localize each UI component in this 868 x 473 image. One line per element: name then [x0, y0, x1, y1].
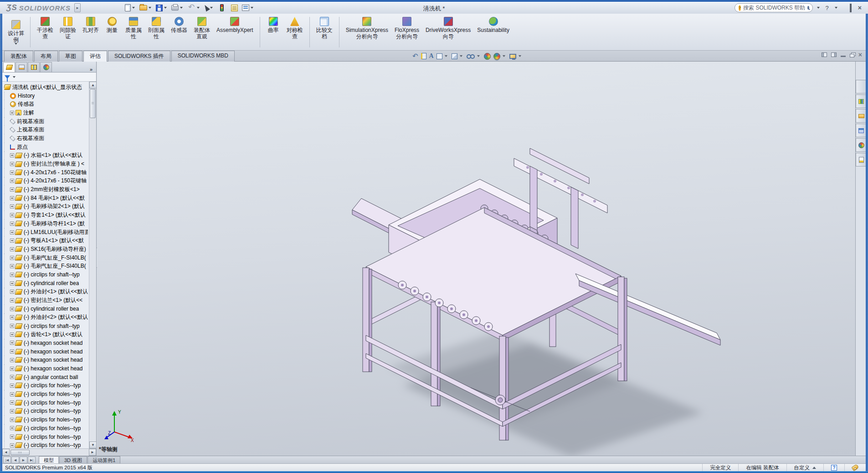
tree-item[interactable]: (-) 外油封<2> (默认<<默认 — [4, 313, 88, 322]
tab-scroll-button[interactable]: ▶ — [20, 457, 27, 463]
tree-item[interactable]: (-) 毛刷气缸座_F-SI40LB( — [4, 262, 88, 270]
ribbon-button[interactable]: 剖面属 性 — [145, 15, 168, 49]
scroll-left-button[interactable]: ◄ — [2, 449, 10, 456]
document-tab[interactable]: 3D 视图 — [59, 456, 87, 463]
expand-plus-icon[interactable] — [10, 409, 14, 413]
tree-item[interactable]: (-) circlips for holes--typ — [4, 390, 88, 399]
ribbon-button[interactable]: 间隙验 证 — [56, 15, 79, 49]
expand-plus-icon[interactable] — [10, 222, 14, 226]
task-pane-tab[interactable] — [856, 153, 866, 166]
tree-item[interactable]: (-) 外油封<1> (默认<<默认 — [4, 288, 88, 296]
filter-funnel-icon[interactable] — [5, 75, 10, 79]
tree-item[interactable]: (-) 弯板A1<1> (默认<<默 — [4, 236, 88, 245]
expand-plus-icon[interactable] — [10, 264, 14, 268]
tree-item[interactable]: History — [4, 92, 88, 100]
view-tool-button[interactable]: A — [429, 53, 434, 59]
tree-item[interactable]: 上视基准面 — [4, 125, 88, 134]
tree-item[interactable]: (-) hexagon socket head — [4, 356, 88, 364]
expand-plus-icon[interactable] — [10, 426, 14, 430]
expand-plus-icon[interactable] — [10, 418, 14, 422]
command-manager-tab[interactable]: SOLIDWORKS 插件 — [108, 51, 170, 62]
menu-flyout-arrow[interactable]: ▸ — [74, 3, 81, 12]
expand-plus-icon[interactable] — [10, 196, 14, 200]
tab-scroll-button[interactable]: ▶| — [28, 457, 36, 463]
view-tool-button[interactable] — [421, 53, 426, 59]
toolbar-button[interactable] — [139, 2, 154, 13]
toolbar-button[interactable]: ↶ — [186, 2, 202, 13]
help-dropdown-icon[interactable] — [835, 7, 837, 9]
task-pane-tab[interactable] — [856, 94, 866, 108]
command-manager-tab[interactable]: 评估 — [83, 51, 107, 62]
ribbon-button[interactable]: 对称检 查 — [283, 15, 306, 49]
scroll-right-button[interactable]: ► — [89, 449, 96, 456]
command-manager-tab[interactable]: 布局 — [34, 51, 58, 62]
dropdown-arrow-icon[interactable] — [197, 7, 200, 9]
dropdown-arrow-icon[interactable] — [180, 7, 183, 9]
toolbar-button[interactable] — [229, 2, 240, 13]
ribbon-button[interactable]: Sustainability — [474, 15, 513, 49]
scrollbar-thumb[interactable] — [90, 89, 96, 118]
expand-plus-icon[interactable] — [10, 307, 14, 311]
more-tabs-chevron-icon[interactable]: » — [90, 67, 92, 72]
ribbon-button[interactable]: 质量属 性 — [122, 15, 145, 49]
tree-item[interactable]: (-) 齿轮<1> (默认<<默认 — [4, 330, 88, 339]
help-button[interactable]: ? — [824, 5, 831, 11]
view-tool-button[interactable] — [484, 53, 491, 60]
dropdown-arrow-icon[interactable] — [460, 55, 462, 57]
dropdown-arrow-icon[interactable] — [164, 7, 167, 9]
ribbon-button[interactable]: AssemblyXpert — [213, 15, 257, 49]
expand-plus-icon[interactable] — [10, 179, 14, 183]
view-tool-button[interactable] — [509, 54, 523, 59]
expand-plus-icon[interactable] — [10, 298, 14, 302]
status-tag-button[interactable] — [844, 464, 866, 471]
ribbon-button[interactable]: 曲率 — [263, 15, 283, 49]
expand-plus-icon[interactable] — [10, 256, 14, 260]
ribbon-button[interactable]: 装配体 直观 — [190, 15, 213, 49]
ribbon-button[interactable]: DriveWorksXpress 向导 — [422, 15, 474, 49]
document-tab[interactable]: 运动算例1 — [87, 456, 120, 463]
search-options-arrow-icon[interactable] — [817, 7, 820, 9]
tree-item[interactable]: 注解 — [4, 109, 88, 117]
tree-item[interactable]: 传感器 — [4, 100, 88, 109]
tree-item[interactable]: (-) 4-20x17x6 - 150花键轴 — [4, 177, 88, 186]
tree-item[interactable]: (-) 84 毛刷<1> (默认<<默 — [4, 194, 88, 203]
scroll-down-button[interactable]: ▼ — [89, 442, 96, 448]
tree-item[interactable]: (-) LM16LUU(毛刷移动用直 — [4, 228, 88, 237]
view-tool-button[interactable] — [452, 53, 464, 59]
expand-plus-icon[interactable] — [10, 153, 14, 157]
expand-plus-icon[interactable] — [10, 341, 14, 345]
tree-item[interactable]: (-) circlips for holes--typ — [4, 381, 88, 390]
scrollbar-thumb[interactable] — [10, 450, 30, 455]
ribbon-button[interactable]: 传感器 — [168, 15, 190, 49]
tree-item[interactable]: (-) 水箱<1> (默认<<默认 — [4, 151, 88, 160]
tree-item[interactable]: (-) 毛刷移动架2<1> (默认 — [4, 203, 88, 211]
tree-item[interactable]: 原点 — [4, 143, 88, 151]
document-tab[interactable]: 模型 — [39, 456, 59, 463]
dropdown-arrow-icon[interactable] — [251, 7, 253, 9]
tree-item[interactable]: (-) SK16(毛刷移动导杆座) — [4, 245, 88, 254]
expand-plus-icon[interactable] — [10, 162, 14, 166]
tree-item[interactable]: (-) circlips for holes--typ — [4, 432, 88, 441]
dropdown-arrow-icon[interactable] — [149, 7, 151, 9]
tree-item[interactable]: (-) circlips for holes--typ — [4, 407, 88, 416]
dropdown-arrow-icon[interactable] — [503, 55, 505, 57]
expand-plus-icon[interactable] — [10, 247, 14, 251]
ribbon-button[interactable]: 孔对齐 — [79, 15, 102, 49]
expand-plus-icon[interactable] — [10, 400, 14, 405]
expand-plus-icon[interactable] — [10, 239, 14, 243]
expand-plus-icon[interactable] — [10, 333, 14, 337]
tree-item[interactable]: (-) cylindrical roller bea — [4, 279, 88, 288]
tab-scroll-button[interactable]: |◀ — [3, 457, 11, 463]
expand-plus-icon[interactable] — [10, 281, 14, 286]
search-icon[interactable] — [807, 6, 809, 10]
tree-item[interactable]: (-) 2mm密封橡胶板<1> — [4, 185, 88, 194]
tree-item[interactable]: (-) cylindrical roller bea — [4, 305, 88, 313]
tree-item[interactable]: (-) hexagon socket head — [4, 364, 88, 373]
pane-toggle-left-icon[interactable] — [822, 52, 827, 57]
tree-item[interactable]: (-) 导套1<1> (默认<<默认 — [4, 211, 88, 219]
tree-item[interactable]: (-) 密封法兰(带轴承座 ) < — [4, 160, 88, 168]
doc-close-button[interactable]: × — [858, 52, 862, 57]
toolbar-button[interactable] — [203, 2, 215, 13]
status-custom-dropdown[interactable]: 自定义 — [786, 464, 824, 471]
tree-vertical-scrollbar[interactable]: ▲ ▼ — [89, 82, 96, 448]
